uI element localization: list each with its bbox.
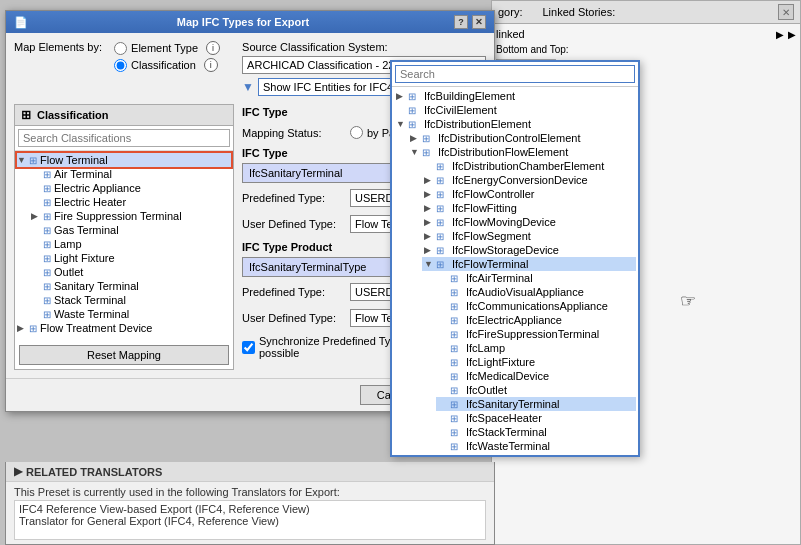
element-type-radio-row: Element Type i <box>114 41 220 55</box>
dialog-title-bar: 📄 Map IFC Types for Export ? ✕ <box>6 11 494 33</box>
toggle-icon: ▶ <box>424 231 436 241</box>
classification-search-input[interactable] <box>18 129 230 147</box>
tree-item-outlet[interactable]: ⊞ Outlet <box>31 265 231 279</box>
node-icon: ⊞ <box>408 91 424 102</box>
sync-checkbox[interactable] <box>242 341 255 354</box>
popup-item-air-terminal[interactable]: ⊞ IfcAirTerminal <box>436 271 636 285</box>
classification-info-btn[interactable]: i <box>204 58 218 72</box>
expand-icon[interactable]: ▶ <box>14 465 22 478</box>
classification-radio[interactable] <box>114 59 127 72</box>
popup-tree-area: ▶ ⊞ IfcBuildingElement ⊞ IfcCivilElement… <box>392 87 638 455</box>
element-type-info-btn[interactable]: i <box>206 41 220 55</box>
toggle-icon: ▼ <box>424 259 436 269</box>
popup-item-audio-visual[interactable]: ⊞ IfcAudioVisualAppliance <box>436 285 636 299</box>
node-icon: ⊞ <box>436 203 452 214</box>
tree-item-label: Flow Treatment Device <box>40 322 152 334</box>
tree-item-waste-terminal[interactable]: ⊞ Waste Terminal <box>31 307 231 321</box>
popup-item-electric-appliance[interactable]: ⊞ IfcElectricAppliance <box>436 313 636 327</box>
tree-item-flow-treatment[interactable]: ▶ ⊞ Flow Treatment Device <box>17 321 231 335</box>
popup-item-flow-terminal[interactable]: ▼ ⊞ IfcFlowTerminal <box>422 257 636 271</box>
popup-item-flow-storage[interactable]: ▶ ⊞ IfcFlowStorageDevice <box>422 243 636 257</box>
tree-node-icon: ⊞ <box>43 211 51 222</box>
classification-radio-row: Classification i <box>114 58 220 72</box>
map-elements-radios: Element Type i Classification i <box>114 41 220 72</box>
tree-item-fire-suppression[interactable]: ▶ ⊞ Fire Suppression Terminal <box>31 209 231 223</box>
popup-item-chamber[interactable]: ⊞ IfcDistributionChamberElement <box>422 159 636 173</box>
popup-item-medical[interactable]: ⊞ IfcMedicalDevice <box>436 369 636 383</box>
popup-item-dist-control[interactable]: ▶ ⊞ IfcDistributionControlElement <box>408 131 636 145</box>
tree-item-sanitary-terminal[interactable]: ⊞ Sanitary Terminal <box>31 279 231 293</box>
node-icon: ⊞ <box>436 217 452 228</box>
panel-icon: ⊞ <box>21 108 31 122</box>
predefined-type-label: Predefined Type: <box>242 192 342 204</box>
tree-node-icon: ⊞ <box>43 225 51 236</box>
popup-item-flow-moving[interactable]: ▶ ⊞ IfcFlowMovingDevice <box>422 215 636 229</box>
tree-item-lamp[interactable]: ⊞ Lamp <box>31 237 231 251</box>
tree-item-label: Sanitary Terminal <box>54 280 139 292</box>
item-label: IfcOutlet <box>466 384 507 396</box>
popup-item-flow-segment[interactable]: ▶ ⊞ IfcFlowSegment <box>422 229 636 243</box>
popup-item-outlet[interactable]: ⊞ IfcOutlet <box>436 383 636 397</box>
toggle-icon: ▶ <box>424 245 436 255</box>
item-label: IfcAudioVisualAppliance <box>466 286 584 298</box>
element-type-radio[interactable] <box>114 42 127 55</box>
related-description: This Preset is currently used in the fol… <box>14 486 486 498</box>
tree-item-air-terminal[interactable]: ⊞ Air Terminal <box>31 167 231 181</box>
item-label: IfcDistributionElement <box>424 118 531 130</box>
node-icon: ⊞ <box>436 175 452 186</box>
popup-item-dist-flow[interactable]: ▼ ⊞ IfcDistributionFlowElement <box>408 145 636 159</box>
tree-node-icon: ⊞ <box>43 197 51 208</box>
bg-close-button[interactable]: ✕ <box>778 4 794 20</box>
popup-search-input[interactable] <box>395 65 635 83</box>
node-icon: ⊞ <box>422 147 438 158</box>
popup-item-space-heater[interactable]: ⊞ IfcSpaceHeater <box>436 411 636 425</box>
popup-item-sanitary-terminal[interactable]: ⊞ IfcSanitaryTerminal <box>436 397 636 411</box>
node-icon: ⊞ <box>436 259 452 270</box>
by-parent-radio[interactable] <box>350 126 363 139</box>
popup-item-building[interactable]: ▶ ⊞ IfcBuildingElement <box>394 89 636 103</box>
item-label: IfcDistributionControlElement <box>438 132 580 144</box>
item-label: IfcFireSuppressionTerminal <box>466 328 599 340</box>
popup-item-fire-suppression[interactable]: ⊞ IfcFireSuppressionTerminal <box>436 327 636 341</box>
node-icon: ⊞ <box>450 427 466 438</box>
element-type-label: Element Type <box>131 42 198 54</box>
node-icon: ⊞ <box>450 385 466 396</box>
tree-item-electric-heater[interactable]: ⊞ Electric Heater <box>31 195 231 209</box>
item-label: IfcCivilElement <box>424 104 497 116</box>
dialog-title-text: Map IFC Types for Export <box>177 16 309 28</box>
tree-node-icon: ⊞ <box>43 169 51 180</box>
reset-mapping-button[interactable]: Reset Mapping <box>19 345 229 365</box>
item-label: IfcSanitaryTerminal <box>466 398 560 410</box>
related-header: ▶ RELATED TRANSLATORS <box>6 462 494 482</box>
popup-item-waste-terminal[interactable]: ⊞ IfcWasteTerminal <box>436 439 636 453</box>
arrow-btn2[interactable]: ▶ <box>788 29 796 40</box>
node-icon: ⊞ <box>450 329 466 340</box>
tree-item-stack-terminal[interactable]: ⊞ Stack Terminal <box>31 293 231 307</box>
popup-item-distribution[interactable]: ▼ ⊞ IfcDistributionElement <box>394 117 636 131</box>
tree-item-gas-terminal[interactable]: ⊞ Gas Terminal <box>31 223 231 237</box>
item-label: IfcElectricAppliance <box>466 314 562 326</box>
dialog-help-button[interactable]: ? <box>454 15 468 29</box>
dialog-close-button[interactable]: ✕ <box>472 15 486 29</box>
ifc-product-value: IfcSanitaryTerminalType <box>249 261 366 273</box>
arrow-btn[interactable]: ▶ <box>776 29 784 40</box>
tree-node-icon: ⊞ <box>43 309 51 320</box>
popup-item-stack-terminal[interactable]: ⊞ IfcStackTerminal <box>436 425 636 439</box>
related-content: This Preset is currently used in the fol… <box>6 482 494 544</box>
source-dropdown-value: ARCHICAD Classification - 22 <box>247 59 394 71</box>
item-label: IfcLamp <box>466 342 505 354</box>
popup-item-energy[interactable]: ▶ ⊞ IfcEnergyConversionDevice <box>422 173 636 187</box>
item-label: IfcCommunicationsAppliance <box>466 300 608 312</box>
tree-item-flow-terminal[interactable]: ▼ ⊞ Flow Terminal <box>17 153 231 167</box>
popup-item-civil[interactable]: ⊞ IfcCivilElement <box>394 103 636 117</box>
popup-item-flow-fitting[interactable]: ▶ ⊞ IfcFlowFitting <box>422 201 636 215</box>
item-label: IfcLightFixture <box>466 356 535 368</box>
tree-item-electric-appliance[interactable]: ⊞ Electric Appliance <box>31 181 231 195</box>
tree-item-light-fixture[interactable]: ⊞ Light Fixture <box>31 251 231 265</box>
tree-item-label: Gas Terminal <box>54 224 119 236</box>
popup-item-flow-controller[interactable]: ▶ ⊞ IfcFlowController <box>422 187 636 201</box>
popup-item-light-fixture[interactable]: ⊞ IfcLightFixture <box>436 355 636 369</box>
popup-item-communications[interactable]: ⊞ IfcCommunicationsAppliance <box>436 299 636 313</box>
popup-item-lamp[interactable]: ⊞ IfcLamp <box>436 341 636 355</box>
linked-value: linked <box>496 28 525 40</box>
